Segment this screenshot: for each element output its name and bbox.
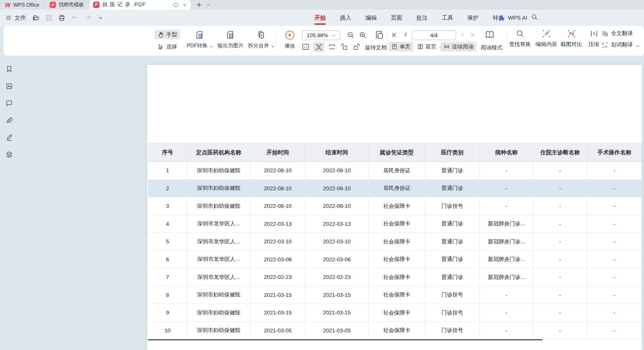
table-cell: 深圳市妇幼保健院 <box>187 180 251 198</box>
table-cell: - <box>587 215 642 233</box>
single-page-button[interactable]: 单页 <box>388 42 413 51</box>
tab-list-chevron-icon[interactable] <box>206 3 210 7</box>
table-cell: 2022-08-10 <box>305 162 369 180</box>
ribbon-search-icon[interactable] <box>531 13 538 20</box>
rotate-right-button[interactable] <box>352 43 361 51</box>
zoom-in-button[interactable] <box>359 31 367 39</box>
table-header-cell: 就诊凭证类型 <box>369 143 425 162</box>
prev-page-button[interactable] <box>403 31 409 38</box>
tab-comment[interactable]: 批注 <box>409 10 435 26</box>
table-header-cell: 手术操作名称 <box>587 143 642 162</box>
comment-icon[interactable] <box>5 99 14 107</box>
table-cell: 深圳市妇幼保健院 <box>187 162 251 180</box>
find-replace-label: 查找替换 <box>509 41 531 48</box>
table-cell: 2022-08-10 <box>305 197 369 215</box>
table-cell: 5 <box>148 233 187 251</box>
compress-label: 压缩 <box>588 41 599 48</box>
read-mode-button[interactable]: 阅读模式 <box>481 44 502 51</box>
fit-width-button[interactable] <box>328 43 336 51</box>
table-cell: - <box>587 233 642 251</box>
tab-docer-templates[interactable]: 找稻壳模板 <box>45 0 89 10</box>
wps-ai-button[interactable]: WPS AI <box>499 10 527 26</box>
tab-document-pdf[interactable]: P 就 医 记 录 .PDF <box>89 0 191 10</box>
left-sidebar <box>0 56 19 350</box>
table-cell: 2021-03-15 <box>305 304 369 322</box>
table-cell: - <box>587 304 642 322</box>
attachment-icon[interactable] <box>5 116 14 125</box>
close-tab-icon[interactable] <box>182 3 187 8</box>
open-file-icon[interactable] <box>32 14 40 22</box>
continuous-read-icon <box>444 43 450 50</box>
play-button[interactable]: 播放 <box>284 30 295 50</box>
table-cell: 深圳市龙华区人... <box>187 251 251 269</box>
quickbar-chevron-icon[interactable] <box>96 14 105 22</box>
actual-size-button[interactable]: 1:1 <box>302 43 310 51</box>
split-merge-label: 拆分合并 <box>248 43 269 49</box>
full-translate-button[interactable]: A文 全文翻译 <box>601 30 640 37</box>
tab-page[interactable]: 页面 <box>384 10 409 26</box>
last-page-button[interactable] <box>469 31 476 38</box>
first-page-button[interactable] <box>391 31 398 38</box>
divider <box>387 31 387 50</box>
table-cell: 深圳市龙华区人... <box>187 215 251 233</box>
layers-icon[interactable] <box>5 150 14 159</box>
signature-icon[interactable] <box>5 133 14 142</box>
table-cell: - <box>533 268 587 286</box>
table-cell: 社会保障卡 <box>369 286 425 304</box>
next-page-button[interactable] <box>459 31 466 38</box>
table-cell: 2022-03-10 <box>251 233 305 251</box>
tab-wps-home[interactable]: W WPS Office <box>0 0 45 10</box>
edit-content-button[interactable]: 编辑内容 <box>535 29 557 48</box>
save-icon[interactable] <box>45 14 53 22</box>
tab-edit[interactable]: 编辑 <box>358 10 384 26</box>
screenshot-compare-label: 截图对比 <box>560 41 582 48</box>
svg-text:W: W <box>200 34 203 37</box>
continuous-read-button[interactable]: 连续阅读 <box>441 42 477 51</box>
tab-protect[interactable]: 保护 <box>460 10 486 26</box>
file-menu-button[interactable]: 文件 <box>5 10 26 26</box>
table-cell: 2022-08-10 <box>251 162 305 180</box>
table-cell: 新冠肺炎门诊... <box>480 215 533 233</box>
compress-icon <box>590 29 598 38</box>
thumbnail-icon[interactable] <box>5 82 14 90</box>
table-cell: - <box>533 162 587 180</box>
tab-insert[interactable]: 插入 <box>333 10 358 26</box>
monitor-icon[interactable] <box>173 2 179 8</box>
export-image-button[interactable]: 输出为图片 <box>218 30 244 49</box>
screenshot-compare-button[interactable]: 截图对比 <box>560 29 582 48</box>
rotate-pages-icon-button[interactable] <box>374 30 385 40</box>
table-cell: 2022-02-23 <box>251 268 305 286</box>
split-merge-button[interactable]: 拆分合并 ⌄ <box>248 30 275 49</box>
edit-content-label: 编辑内容 <box>535 41 557 48</box>
find-replace-button[interactable]: 查找替换 <box>509 29 531 48</box>
file-menu-label: 文件 <box>15 14 26 22</box>
table-cell: - <box>587 197 642 215</box>
page-indicator-input[interactable]: 4/4 <box>412 31 456 40</box>
fit-page-button[interactable] <box>313 42 325 52</box>
table-cell: - <box>533 233 587 251</box>
table-cell: 普通门诊 <box>425 180 480 198</box>
table-header-cell: 开始时间 <box>251 143 305 162</box>
undo-icon[interactable] <box>71 14 79 22</box>
rotate-doc-button[interactable]: 旋转文档 <box>365 44 387 51</box>
select-tool-button[interactable]: 选择 <box>155 42 180 51</box>
rotate-left-button[interactable] <box>340 43 348 51</box>
table-cell: 门诊挂号 <box>425 286 480 304</box>
print-icon[interactable] <box>58 14 66 22</box>
compress-button[interactable]: 压缩 <box>588 29 599 48</box>
tab-tools[interactable]: 工具 <box>435 10 460 26</box>
table-cell: - <box>587 322 642 340</box>
pdf-convert-button[interactable]: W PDF转换 ⌄ <box>187 30 213 49</box>
redo-icon[interactable] <box>84 14 92 22</box>
hand-tool-button[interactable]: 手型 <box>155 30 180 39</box>
docer-icon <box>50 2 56 8</box>
tab-home[interactable]: 开始 <box>307 10 333 26</box>
word-translate-button[interactable]: 文A 划词翻译 ⌄ <box>601 41 640 49</box>
table-cell: 2022-03-10 <box>305 233 369 251</box>
bookmark-icon[interactable] <box>5 64 14 73</box>
new-tab-button[interactable] <box>196 2 202 8</box>
table-cell: - <box>480 322 533 340</box>
play-icon <box>284 30 295 41</box>
zoom-out-button[interactable] <box>347 31 355 39</box>
zoom-level-control[interactable]: 105.88% <box>302 31 340 40</box>
